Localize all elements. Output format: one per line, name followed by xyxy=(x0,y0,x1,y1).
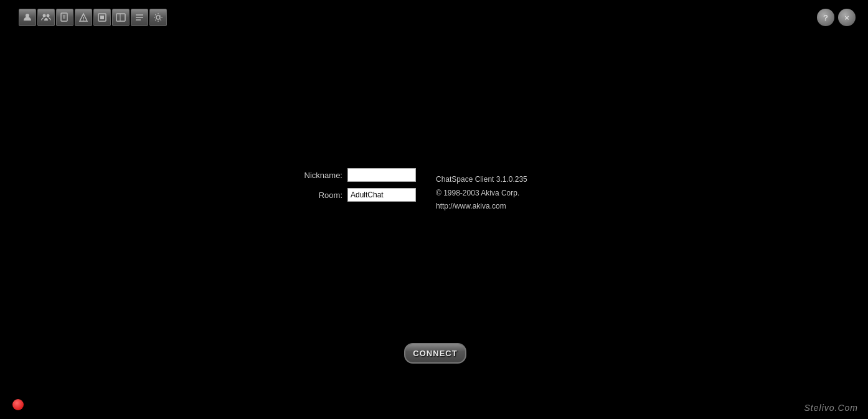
close-icon[interactable]: × xyxy=(838,9,856,26)
help-icon[interactable]: ? xyxy=(817,9,834,26)
toolbar-btn-7[interactable] xyxy=(131,9,148,26)
room-input[interactable] xyxy=(347,188,416,202)
room-row: Room: xyxy=(299,188,416,202)
toolbar-btn-8[interactable] xyxy=(149,9,167,26)
top-right-icons: ? × xyxy=(817,9,856,26)
svg-point-1 xyxy=(43,14,46,17)
toolbar-btn-4[interactable] xyxy=(75,9,92,26)
watermark: Stelivo.Com xyxy=(804,403,858,413)
toolbar-btn-3[interactable] xyxy=(56,9,73,26)
login-form: Nickname: Room: xyxy=(299,168,416,202)
info-block: ChatSpace Client 3.1.0.235 © 1998-2003 A… xyxy=(436,173,527,214)
svg-point-9 xyxy=(83,19,84,21)
status-indicator xyxy=(12,399,24,410)
info-line-3: http://www.akiva.com xyxy=(436,200,527,214)
connect-button[interactable]: CONNECT xyxy=(404,343,466,364)
toolbar-btn-5[interactable] xyxy=(93,9,111,26)
info-line-1: ChatSpace Client 3.1.0.235 xyxy=(436,173,527,187)
toolbar xyxy=(19,9,167,26)
toolbar-btn-1[interactable] xyxy=(19,9,36,26)
nickname-input[interactable] xyxy=(347,168,416,182)
info-line-2: © 1998-2003 Akiva Corp. xyxy=(436,187,527,200)
toolbar-btn-2[interactable] xyxy=(37,9,55,26)
nickname-row: Nickname: xyxy=(299,168,416,182)
toolbar-btn-6[interactable] xyxy=(112,9,130,26)
room-label: Room: xyxy=(299,191,342,200)
svg-point-2 xyxy=(47,14,50,17)
nickname-label: Nickname: xyxy=(299,171,342,180)
svg-rect-11 xyxy=(100,16,104,19)
svg-rect-12 xyxy=(116,14,125,21)
